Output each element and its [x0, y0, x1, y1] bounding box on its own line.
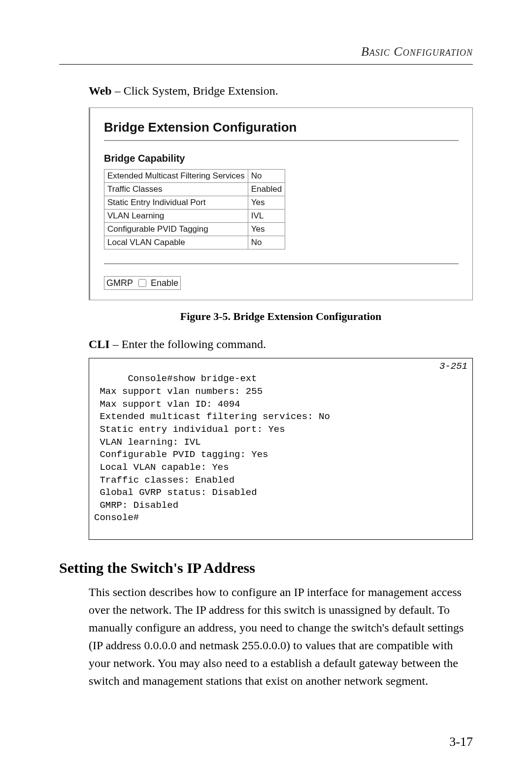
capability-value-cell: IVL — [248, 210, 285, 223]
capability-label-cell: Static Entry Individual Port — [104, 196, 248, 210]
gmrp-enable-checkbox[interactable] — [138, 279, 146, 287]
running-header: Basic Configuration — [59, 44, 473, 59]
capability-value-cell: Yes — [248, 223, 285, 236]
gmrp-checkbox-label: Enable — [151, 278, 178, 288]
capability-label-cell: Traffic Classes — [104, 183, 248, 196]
bridge-extension-screenshot: Bridge Extension Configuration Bridge Ca… — [89, 107, 473, 300]
capability-value-cell: Yes — [248, 196, 285, 210]
screenshot-title: Bridge Extension Configuration — [104, 120, 459, 141]
page-number: 3-17 — [449, 735, 473, 749]
cli-console-output: 3-251Console#show bridge-ext Max support… — [89, 358, 473, 540]
section-heading-ip-address: Setting the Switch's IP Address — [59, 560, 473, 576]
bridge-capability-heading: Bridge Capability — [104, 153, 459, 164]
table-row: Local VLAN CapableNo — [104, 236, 285, 249]
table-row: Static Entry Individual PortYes — [104, 196, 285, 210]
capability-label-cell: Local VLAN Capable — [104, 236, 248, 249]
cli-page-reference: 3-251 — [439, 360, 467, 373]
table-row: Extended Multicast Filtering ServicesNo — [104, 170, 285, 183]
web-label: Web — [89, 84, 112, 97]
web-instruction-text: – Click System, Bridge Extension. — [112, 84, 278, 97]
table-row: VLAN LearningIVL — [104, 210, 285, 223]
bridge-capability-table: Extended Multicast Filtering ServicesNoT… — [104, 169, 285, 249]
capability-value-cell: No — [248, 170, 285, 183]
capability-label-cell: VLAN Learning — [104, 210, 248, 223]
capability-value-cell: Enabled — [248, 183, 285, 196]
cli-console-text: Console#show bridge-ext Max support vlan… — [94, 373, 330, 523]
cli-instruction-text: – Enter the following command. — [110, 338, 266, 351]
figure-caption: Figure 3-5. Bridge Extension Configurati… — [89, 310, 473, 323]
capability-value-cell: No — [248, 236, 285, 249]
capability-label-cell: Extended Multicast Filtering Services — [104, 170, 248, 183]
table-row: Configurable PVID TaggingYes — [104, 223, 285, 236]
header-rule — [59, 64, 473, 65]
cli-instruction-line: CLI – Enter the following command. — [89, 338, 473, 351]
cli-label: CLI — [89, 338, 110, 351]
section-body-text: This section describes how to configure … — [89, 583, 473, 690]
screenshot-divider — [104, 263, 459, 264]
gmrp-label: GMRP — [106, 278, 133, 288]
table-row: Traffic ClassesEnabled — [104, 183, 285, 196]
capability-label-cell: Configurable PVID Tagging — [104, 223, 248, 236]
gmrp-setting-row: GMRP Enable — [104, 276, 181, 290]
web-instruction-line: Web – Click System, Bridge Extension. — [89, 84, 473, 98]
